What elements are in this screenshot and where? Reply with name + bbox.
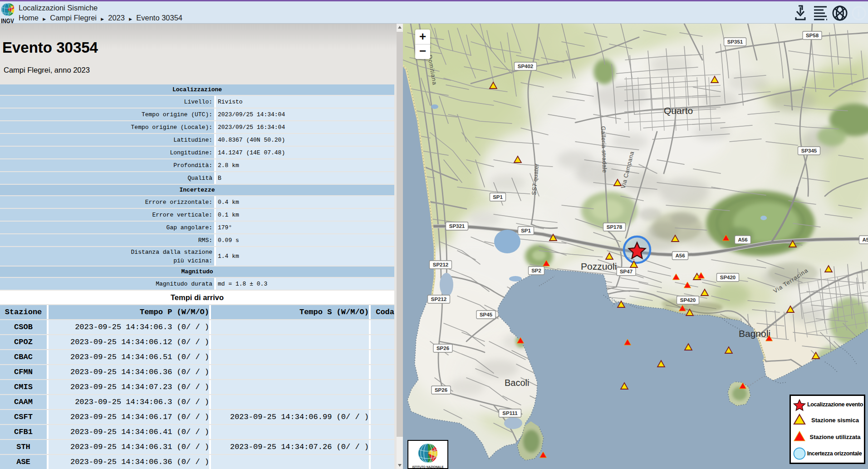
svg-text:SP351: SP351 — [727, 39, 743, 44]
svg-text:Bacoli: Bacoli — [505, 378, 529, 388]
svg-text:SP420: SP420 — [720, 275, 736, 280]
svg-text:SP111: SP111 — [502, 410, 518, 416]
svg-text:SP47: SP47 — [620, 269, 633, 274]
svg-text:SP1: SP1 — [493, 194, 503, 200]
svg-text:SP212: SP212 — [433, 262, 449, 267]
svg-text:SP26: SP26 — [435, 387, 447, 393]
svg-text:Bagnoli: Bagnoli — [739, 328, 770, 339]
svg-text:SP58: SP58 — [806, 33, 819, 38]
svg-text:SP178: SP178 — [607, 224, 623, 230]
svg-text:A56: A56 — [738, 237, 747, 242]
svg-text:SP26: SP26 — [436, 346, 449, 351]
svg-text:SP420: SP420 — [680, 297, 696, 303]
svg-text:A56: A56 — [675, 253, 685, 258]
svg-text:SP345: SP345 — [801, 148, 817, 153]
svg-text:SP212: SP212 — [431, 296, 447, 302]
svg-text:SP2: SP2 — [531, 268, 541, 273]
svg-text:i: i — [857, 8, 860, 19]
svg-text:SP1: SP1 — [521, 228, 531, 233]
svg-text:Quarto: Quarto — [664, 105, 693, 116]
svg-text:SP321: SP321 — [449, 223, 465, 229]
svg-text:INGV: INGV — [1, 17, 14, 24]
svg-text:Pozzuoli: Pozzuoli — [581, 261, 617, 272]
svg-text:A56: A56 — [862, 237, 868, 242]
svg-text:SP45: SP45 — [480, 312, 493, 317]
svg-text:SP402: SP402 — [518, 64, 534, 69]
